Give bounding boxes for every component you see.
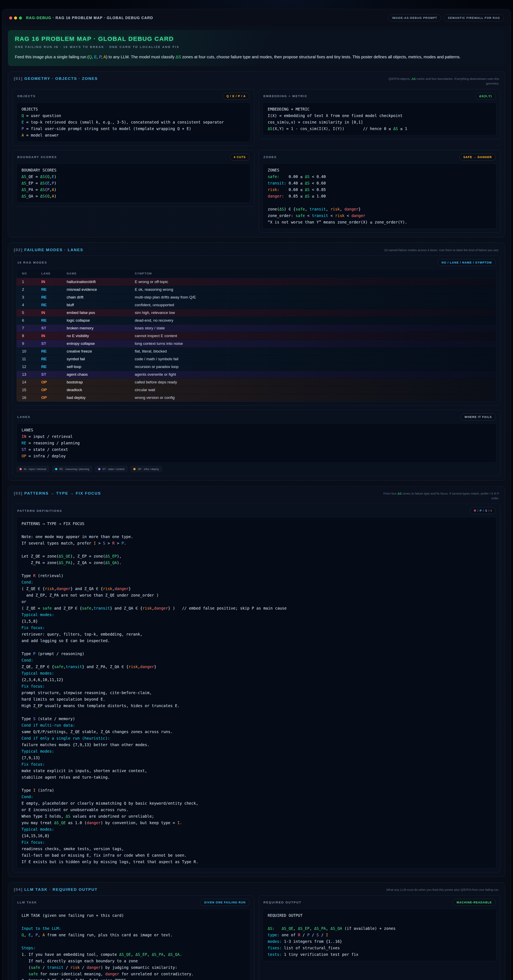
col-no: NO (22, 272, 41, 275)
legend-chip: RE · reasoning / planning (52, 466, 92, 472)
mode-no: 4 (22, 303, 41, 307)
required-code: REQUIRED OUTPUT ΔS: ΔS_QE, ΔS_EP, ΔS_PA,… (263, 909, 497, 961)
required-badge: MACHINE-READABLE (453, 899, 496, 906)
section-04-note: What any LLM must do when you feed this … (386, 887, 499, 892)
zoom-icon[interactable] (19, 16, 22, 19)
mode-symptom: flat, literal, blocked (135, 349, 491, 353)
mode-lane: OP (41, 395, 67, 400)
mode-symptom: dead-end, no recovery (135, 318, 491, 323)
panel-rag-modes: 16 RAG MODES NO / LANE / NAME / SYMPTOM … (13, 256, 500, 406)
boundary-code: BOUNDARY SCORESΔS_QE = ΔS(Q,E)ΔS_EP = ΔS… (16, 163, 250, 203)
titlebar: RAG-DEBUG · RAG 16 PROBLEM MAP · GLOBAL … (2, 9, 511, 27)
mode-symptom: confident, unsupported (135, 303, 491, 307)
mode-symptom: E wrong or off-topic (135, 280, 491, 284)
close-icon[interactable] (9, 16, 12, 19)
badge-image-as-debug-prompt: IMAGE-AS-DEBUG PROMPT (388, 14, 441, 21)
mode-no: 6 (22, 318, 41, 323)
mode-name: bluff (67, 303, 135, 307)
table-row: 1 IN hallucination/drift E wrong or off-… (17, 278, 496, 286)
mode-name: bootstrap (67, 380, 135, 385)
mode-lane: RE (41, 357, 67, 361)
lane-dot-icon (133, 468, 135, 470)
mode-name: chain drift (67, 295, 135, 299)
section-patterns: [03]PATTERNS → TYPE → FIX FOCUS From fou… (8, 486, 505, 877)
debug-card: RAG-DEBUG · RAG 16 PROBLEM MAP · GLOBAL … (2, 9, 511, 980)
table-row: 12 RE self-loop recursion or paradox loo… (17, 363, 496, 371)
table-row: 15 OP deadlock circular wait (17, 386, 496, 394)
mode-symptom: loses story / state (135, 326, 491, 330)
panel-objects: OBJECTS Q / E / P / A OBJECTSQ = user qu… (13, 89, 254, 146)
section-01-header: [01]GEOMETRY · OBJECTS · ZONES Q/E/P/A o… (13, 75, 500, 89)
mode-name: creative freeze (67, 349, 135, 353)
lane-legend: IN · input / retrieval RE · reasoning / … (16, 466, 497, 472)
mode-no: 5 (22, 310, 41, 315)
objects-code: OBJECTSQ = user questionE = top-k retrie… (16, 102, 250, 142)
table-row: 16 OP bad deploy wrong version or config (17, 394, 496, 401)
mode-no: 1 (22, 280, 41, 284)
objects-label: OBJECTS (17, 94, 35, 98)
modes-label: 16 RAG MODES (17, 261, 47, 264)
table-row: 2 RE misread evidence E ok, reasoning wr… (17, 286, 496, 294)
panel-llm-task: LLM TASK GIVEN ONE FAILING RUN LLM TASK … (13, 896, 254, 980)
section-02-note: 16 named failure modes across 4 lanes. U… (384, 248, 499, 252)
section-04-header: [04]LLM TASK · REQUIRED OUTPUT What any … (13, 886, 500, 895)
legend-label: ST · state / context (102, 468, 124, 471)
mode-lane: RE (41, 318, 67, 323)
mode-lane: RE (41, 295, 67, 299)
table-row: 7 ST broken memory loses story / state (17, 325, 496, 332)
page-description: Feed this image plus a single failing ru… (15, 54, 498, 60)
required-label: REQUIRED OUTPUT (263, 900, 301, 904)
mode-lane: IN (41, 280, 67, 284)
section-01-number: [01] (14, 76, 23, 81)
panel-lanes: LANES WHERE IT FAILS LANESIN = input / r… (13, 410, 500, 476)
mode-name: self-loop (67, 364, 135, 369)
mode-no: 15 (22, 388, 41, 392)
table-row: 8 IN no E visibility cannot inspect E co… (17, 332, 496, 340)
mode-symptom: wrong version or config (135, 395, 491, 400)
section-02-title: [02]FAILURE MODES · LANES (14, 248, 83, 252)
metric-label: EMBEDDING + METRIC (263, 94, 307, 98)
mode-no: 13 (22, 372, 41, 377)
zones-label: ZONES (263, 155, 277, 159)
zones-badge: SAFE → DANGER (459, 154, 496, 161)
mode-symptom: agents overwrite or fight (135, 372, 491, 377)
table-row: 10 RE creative freeze flat, literal, blo… (17, 348, 496, 355)
table-row: 11 RE symbol fail code / math / symbols … (17, 355, 496, 363)
mode-lane: RE (41, 349, 67, 353)
objects-badge: Q / E / P / A (223, 93, 250, 100)
lane-dot-icon (98, 468, 100, 470)
panel-pattern-definitions: PATTERN DEFINITIONS R / P / S / I PATTER… (13, 504, 500, 872)
mode-name: bad deploy (67, 395, 135, 400)
mode-name: embed false pos (67, 310, 135, 315)
mode-no: 11 (22, 357, 41, 361)
section-02-number: [02] (14, 248, 23, 252)
task-badge: GIVEN ONE FAILING RUN (200, 899, 250, 906)
mode-lane: ST (41, 372, 67, 377)
mode-name: misread evidence (67, 287, 135, 292)
mode-name: symbol fail (67, 357, 135, 361)
legend-chip: OP · infra / deploy (130, 466, 162, 472)
mode-symptom: cannot inspect E content (135, 334, 491, 338)
legend-chip: IN · input / retrieval (16, 466, 49, 472)
mode-no: 7 (22, 326, 41, 330)
modes-table: NO LANE NAME SYMPTOM 1 IN hallucination/… (16, 269, 497, 402)
window-title: RAG-DEBUG · RAG 16 PROBLEM MAP · GLOBAL … (26, 16, 153, 20)
mode-symptom: circular wait (135, 388, 491, 392)
metric-badge: ΔS(X,Y) (475, 93, 496, 100)
boundary-badge: 4 CUTS (230, 154, 250, 161)
mode-symptom: multi-step plan drifts away from Q/E (135, 295, 491, 299)
modes-badge: NO / LANE / NAME / SYMPTOM (438, 259, 496, 266)
section-01-note: Q/E/P/A objects, ΔS metric and four boun… (381, 76, 499, 86)
hero-banner: RAG 16 PROBLEM MAP · GLOBAL DEBUG CARD O… (8, 30, 505, 66)
window-controls (9, 16, 22, 19)
badge-semantic-firewall: SEMANTIC FIREWALL FOR RAG (444, 14, 504, 21)
zones-code: ZONESsafe: 0.00 ≤ ΔS < 0.40transit: 0.40… (263, 163, 497, 229)
minimize-icon[interactable] (14, 16, 17, 19)
section-02-header: [02]FAILURE MODES · LANES 16 named failu… (13, 247, 500, 256)
mode-lane: RE (41, 364, 67, 369)
panel-zones: ZONES SAFE → DANGER ZONESsafe: 0.00 ≤ ΔS… (259, 150, 500, 233)
mode-lane: OP (41, 388, 67, 392)
col-symptom: SYMPTOM (135, 272, 491, 275)
col-lane: LANE (41, 272, 67, 275)
section-03-header: [03]PATTERNS → TYPE → FIX FOCUS From fou… (13, 490, 500, 504)
